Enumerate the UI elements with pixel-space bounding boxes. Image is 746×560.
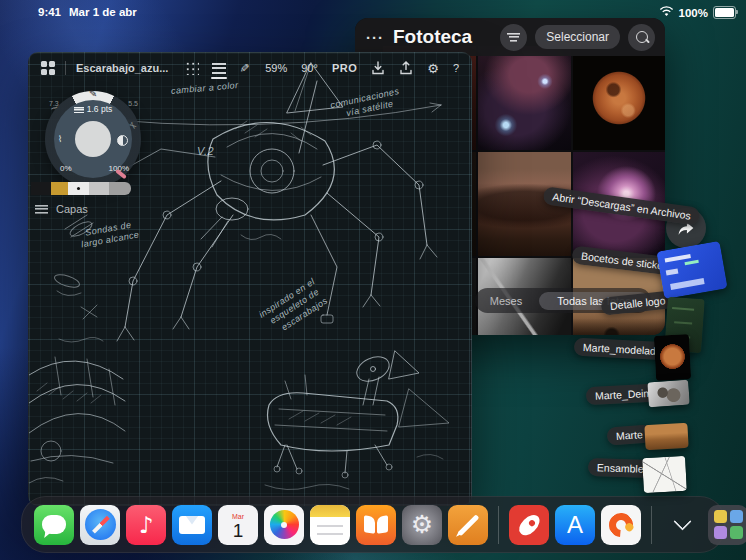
app-store-icon[interactable]: A	[555, 505, 595, 545]
layers-label: Capas	[56, 203, 88, 215]
filter-button[interactable]	[500, 24, 527, 51]
toolbar-divider	[65, 61, 66, 75]
rocket-app-icon[interactable]	[509, 505, 549, 545]
drawing-app-icon[interactable]	[448, 505, 488, 545]
drag-thumb-marte-modelado[interactable]	[654, 334, 691, 381]
open-book-icon	[364, 516, 388, 533]
mini-apps-grid	[714, 510, 743, 539]
battery-icon	[713, 6, 736, 19]
calendar-day: 1	[233, 521, 244, 541]
envelope-icon	[179, 516, 205, 534]
settings-gear-icon[interactable]: ⚙	[427, 61, 439, 76]
annotation-version: V.2	[197, 145, 214, 159]
smoothing-icon: ⌇	[58, 134, 62, 144]
filter-lines-icon	[507, 33, 520, 42]
layers-lines-icon	[35, 205, 48, 214]
opacity-min: 0%	[60, 164, 72, 173]
dock-divider	[498, 506, 499, 544]
gallery-grid-icon[interactable]	[41, 61, 55, 75]
wifi-icon	[659, 6, 674, 19]
dock-collapse-button[interactable]	[662, 505, 702, 545]
chevron-down-icon	[673, 512, 691, 530]
tool-wheel[interactable]: ✎ ∼ ✂ 7.3 5.5 6.1 1.6 pts ⌇ 0% 100%	[45, 91, 141, 187]
document-title[interactable]: Escarabajo_azu...	[76, 62, 168, 74]
date: Mar 1 de abr	[69, 6, 137, 18]
speech-bubble-icon	[42, 515, 66, 534]
help-button[interactable]: ?	[453, 62, 459, 74]
more-options-button[interactable]: ···	[366, 29, 384, 46]
photo-nebulosa-cabeza-de-caballo[interactable]	[478, 46, 571, 150]
rocket-icon	[515, 511, 543, 539]
status-bar: 9:41 Mar 1 de abr 100%	[0, 0, 746, 24]
concepts-app-icon[interactable]	[601, 505, 641, 545]
c-swirl-icon	[604, 508, 638, 542]
app-library-icon[interactable]	[708, 505, 746, 545]
safari-app-icon[interactable]	[80, 505, 120, 545]
notes-app-icon[interactable]	[310, 505, 350, 545]
layers-icon[interactable]	[212, 63, 226, 74]
swatch-black[interactable]	[31, 182, 51, 195]
settings-app-icon[interactable]: ⚙	[402, 505, 442, 545]
concepts-toolbar: Escarabajo_azu... ✎ 59% 90° PRO ⚙ ?	[29, 53, 471, 83]
calendar-app-icon[interactable]: Mar 1	[218, 505, 258, 545]
color-swatch-bar	[31, 182, 131, 195]
books-app-icon[interactable]	[356, 505, 396, 545]
music-app-icon[interactable]: ♪	[126, 505, 166, 545]
dots-grid-icon[interactable]	[186, 62, 199, 75]
active-pen-icon: ✎	[89, 88, 97, 99]
swatch-gray[interactable]	[109, 182, 131, 195]
photos-app-icon[interactable]	[264, 505, 304, 545]
gear-icon: ⚙	[411, 510, 433, 539]
drag-thumb-ensamble[interactable]	[642, 456, 687, 493]
swatch-lightgray[interactable]	[89, 182, 109, 195]
dock: ♪ Mar 1 ⚙ A	[21, 496, 725, 553]
tab-meses[interactable]: Meses	[475, 295, 537, 307]
flower-icon	[270, 510, 299, 539]
layers-panel-toggle[interactable]: Capas	[35, 203, 88, 215]
drag-thumb-stickers-azul[interactable]	[656, 241, 727, 299]
wheel-center-button[interactable]	[75, 121, 111, 157]
messages-app-icon[interactable]	[34, 505, 74, 545]
swatch-gold[interactable]	[51, 182, 68, 195]
swatch-white-selected[interactable]	[68, 182, 89, 195]
search-icon	[636, 31, 648, 43]
search-button[interactable]	[628, 24, 655, 51]
stroke-size-label: 1.6 pts	[45, 104, 141, 114]
appstore-a-icon: A	[567, 511, 583, 539]
music-note-icon: ♪	[139, 512, 154, 538]
pen-icon	[457, 514, 479, 536]
drag-thumb-marte[interactable]	[644, 423, 688, 450]
opacity-contrast-icon	[117, 135, 128, 146]
clock: 9:41	[38, 6, 61, 18]
fototeca-title: Fototeca	[393, 26, 492, 48]
mail-app-icon[interactable]	[172, 505, 212, 545]
export-icon[interactable]	[399, 61, 413, 75]
pro-badge[interactable]: PRO	[332, 62, 357, 74]
zoom-level[interactable]: 59%	[265, 62, 287, 74]
rotation-value[interactable]: 90°	[301, 62, 318, 74]
drag-thumb-marte-deimos[interactable]	[647, 380, 690, 408]
dock-divider	[651, 506, 652, 544]
select-button[interactable]: Seleccionar	[535, 25, 620, 49]
battery-percent: 100%	[679, 7, 708, 19]
ipad-screen: 9:41 Mar 1 de abr 100% ··· Fototeca Sele…	[0, 0, 746, 560]
stroke-lines-icon	[74, 107, 84, 113]
import-icon[interactable]	[371, 61, 385, 75]
notepad-icon	[310, 505, 350, 545]
compass-icon	[85, 509, 116, 540]
concepts-window[interactable]: cambiar a color comunicaciones vía satél…	[28, 52, 472, 506]
stylus-icon[interactable]: ✎	[237, 63, 251, 73]
photo-marte-planeta[interactable]	[573, 46, 665, 150]
